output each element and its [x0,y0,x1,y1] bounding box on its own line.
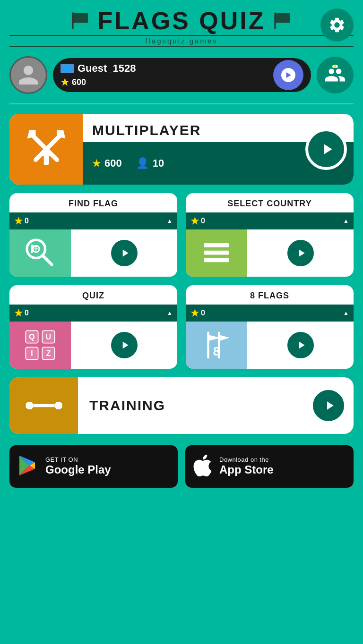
quiz-title: QUIZ [9,285,177,305]
quiz-icon-block: Q U I Z [9,322,71,369]
svg-line-13 [43,255,52,264]
quiz-letters-icon: Q U I Z [24,329,57,362]
app-store-big-text: App Store [219,463,274,477]
user-score-row: ★ 600 [60,76,136,88]
divider [9,103,354,104]
svg-rect-36 [26,403,28,408]
login-button[interactable] [273,60,303,90]
select-country-bottom [186,229,354,277]
swords-icon [25,128,68,170]
svg-rect-32 [30,403,33,408]
mp-star-icon: ★ [92,158,101,169]
un-flag-icon: 🌐 [60,64,74,73]
app-title-text: FLAGS QUIZ [98,8,266,33]
ff-triangle-icon: ▲ [167,218,173,224]
multiplayer-players: 👤 10 [136,157,164,169]
eight-flags-score: ★ 0 [190,307,340,319]
magnifier-flag-icon [24,237,57,270]
find-flag-bar: ★ 0 ▲ [9,212,177,229]
google-play-big-text: Google Play [45,463,111,477]
settings-button[interactable] [320,8,354,42]
quiz-triangle-icon: ▲ [167,310,173,316]
gear-icon [328,16,346,34]
svg-rect-17 [204,243,229,247]
eight-flags-title: 8 FLAGS [186,285,354,305]
quiz-play-area [71,330,177,361]
game-cards: MULTIPLAYER ★ 600 👤 10 FIND FLAG [0,114,363,434]
leaderboard-button[interactable] [317,57,354,93]
user-name-row: 🌐 Guest_1528 [60,62,136,75]
svg-marker-0 [73,13,88,23]
mp-score-value: 600 [104,157,122,169]
apple-icon [193,455,213,478]
header-title-block: FLAGS QUIZ flagsquiz.games [9,8,354,47]
list-icon [200,237,233,270]
svg-rect-19 [204,258,229,263]
svg-text:8: 8 [213,344,220,358]
multiplayer-score: ★ 600 [92,157,122,169]
small-cards-grid: FIND FLAG ★ 0 ▲ [9,193,354,369]
dumbbell-icon [25,387,63,424]
user-info-pill: 🌐 Guest_1528 ★ 600 [53,58,311,92]
select-country-card[interactable]: SELECT COUNTRY ★ 0 ▲ [186,193,354,277]
find-flag-icon-block [9,229,71,277]
sc-score-value: 0 [201,217,205,225]
quiz-card[interactable]: QUIZ ★ 0 ▲ Q U I [9,285,177,369]
app-subtitle: flagsquiz.games [9,35,354,47]
svg-rect-33 [33,404,54,407]
eight-flags-play-button[interactable] [285,330,316,361]
eight-flags-bottom: 8 [186,322,354,369]
find-flag-play-area [71,237,177,269]
mp-players-value: 10 [153,157,164,169]
ff-star-icon: ★ [14,215,23,227]
eight-flags-icon-block: 8 [186,322,247,369]
play-icon [319,141,336,158]
google-play-text: GET IT ON Google Play [45,456,111,477]
select-country-play-button[interactable] [285,237,316,269]
select-country-bar: ★ 0 ▲ [186,212,354,229]
app-store-small-text: Download on the [219,456,274,463]
eight-flags-bar: ★ 0 ▲ [186,305,354,322]
svg-rect-18 [204,251,229,255]
quiz-play-button[interactable] [109,330,140,361]
quiz-score: ★ 0 [14,307,164,319]
training-card[interactable]: TRAINING [9,377,354,434]
ef-star-icon: ★ [190,307,199,319]
select-country-play-area [247,237,354,269]
sc-star-icon: ★ [190,215,199,227]
score-star-icon: ★ [60,76,69,88]
app-store-button[interactable]: Download on the App Store [185,445,354,488]
eight-flags-card[interactable]: 8 FLAGS ★ 0 ▲ 8 [186,285,354,369]
login-icon [280,67,297,84]
app-store-row: GET IT ON Google Play Download on the Ap… [0,434,363,497]
google-play-icon [17,455,39,478]
avatar [9,56,47,94]
people-icon: 👤 [136,157,149,169]
ff-score-value: 0 [25,217,29,225]
play-icon [322,398,337,413]
find-flag-title: FIND FLAG [9,193,177,212]
svg-marker-2 [275,13,290,23]
app-store-text: Download on the App Store [219,456,274,477]
select-country-score: ★ 0 [190,215,340,227]
play-icon [119,247,131,259]
ef-triangle-icon: ▲ [343,310,349,316]
svg-text:U: U [46,333,51,341]
training-play-button[interactable] [310,387,347,424]
multiplayer-play-button[interactable] [305,128,347,170]
svg-rect-37 [59,403,62,408]
find-flag-card[interactable]: FIND FLAG ★ 0 ▲ [9,193,177,277]
svg-text:I: I [31,349,33,357]
google-play-small-text: GET IT ON [45,456,111,463]
leaderboard-icon [324,64,346,86]
find-flag-score: ★ 0 [14,215,164,227]
find-flag-play-button[interactable] [109,237,140,269]
multiplayer-card[interactable]: MULTIPLAYER ★ 600 👤 10 [9,114,354,185]
find-flag-bottom [9,229,177,277]
training-title: TRAINING [78,398,165,414]
svg-text:Q: Q [29,333,35,341]
svg-rect-11 [43,156,49,165]
play-icon [295,339,307,351]
user-bar: 🌐 Guest_1528 ★ 600 [9,56,354,94]
google-play-button[interactable]: GET IT ON Google Play [9,445,178,488]
